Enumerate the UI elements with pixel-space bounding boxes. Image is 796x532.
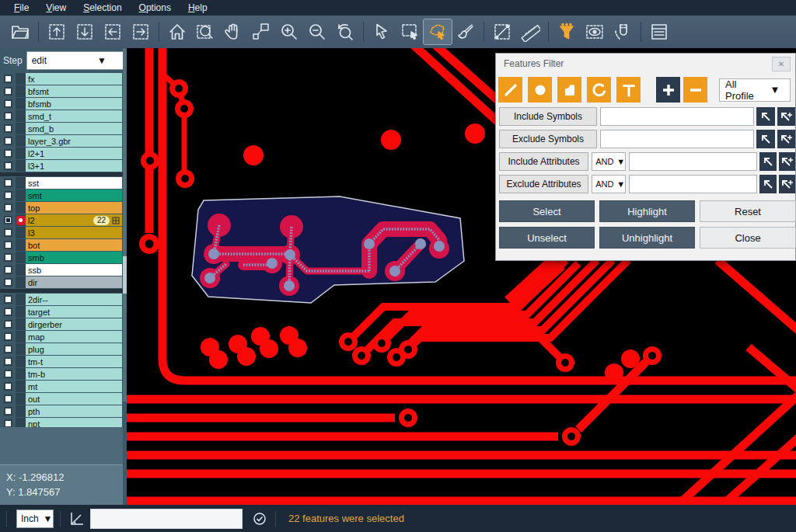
layer-indicator[interactable] [16, 405, 26, 417]
step-select[interactable]: edit ▼ [26, 51, 124, 70]
filter-pads-button[interactable] [528, 77, 552, 103]
menu-help[interactable]: Help [180, 1, 215, 15]
layer-checkbox-l3[interactable] [4, 228, 12, 237]
filter-surfaces-button[interactable] [557, 77, 581, 103]
exclude-symbols-pick-add-icon[interactable] [777, 130, 795, 148]
menu-selection[interactable]: Selection [75, 1, 129, 15]
remove-filter-button[interactable] [683, 77, 707, 103]
layer-name-dirgerber[interactable]: dirgerber [26, 318, 122, 330]
angle-tool-icon[interactable] [68, 510, 86, 527]
layer-name-smt[interactable]: smt [26, 190, 122, 201]
layer-indicator[interactable] [16, 331, 26, 342]
layer-name-out[interactable]: out [26, 393, 122, 405]
snap-icon[interactable] [609, 19, 637, 44]
exclude-attributes-pick-add-icon[interactable] [779, 175, 795, 193]
open-file-icon[interactable] [6, 19, 34, 44]
include-attributes-pick-add-icon[interactable] [779, 152, 795, 171]
units-select[interactable]: Inch ▼ [16, 509, 54, 528]
layer-indicator[interactable] [16, 98, 26, 110]
unselect-button[interactable]: Unselect [499, 227, 595, 249]
layer-name-top[interactable]: top [26, 202, 122, 214]
layer-name-fx[interactable]: fx [26, 73, 122, 85]
layer-name-l2+1[interactable]: l2+1 [26, 148, 122, 159]
refresh-icon[interactable] [252, 511, 267, 527]
brush-select-icon[interactable] [452, 19, 480, 44]
menu-options[interactable]: Options [131, 1, 179, 15]
layer-name-l3[interactable]: l3 [26, 227, 122, 238]
layer-checkbox-l2[interactable] [4, 216, 12, 224]
layer-name-tm-t[interactable]: tm-t [26, 356, 122, 367]
layer-checkbox-plug[interactable] [4, 345, 12, 353]
include-symbols-pick-add-icon[interactable] [777, 107, 795, 126]
layer-checkbox-tm-t[interactable] [4, 357, 12, 366]
layer-indicator[interactable] [16, 190, 26, 201]
view-up-icon[interactable] [43, 19, 71, 44]
rectangle-select-icon[interactable] [396, 19, 424, 44]
layer-indicator[interactable] [16, 252, 26, 263]
zoom-previous-icon[interactable] [331, 19, 359, 44]
include-symbols-pick-icon[interactable] [756, 107, 775, 126]
layer-indicator[interactable] [16, 135, 26, 147]
highlight-button[interactable]: Highlight [599, 200, 695, 222]
include-symbols-button[interactable]: Include Symbols [499, 107, 597, 126]
layer-checkbox-smd_b[interactable] [4, 124, 12, 133]
dialog-close-icon[interactable]: ✕ [772, 57, 791, 71]
layer-name-smd_b[interactable]: smd_b [26, 123, 122, 134]
home-view-icon[interactable] [163, 19, 191, 44]
layer-indicator[interactable] [16, 123, 26, 134]
layer-indicator[interactable] [16, 110, 26, 122]
unhighlight-button[interactable]: Unhighlight [599, 227, 695, 249]
include-attributes-button[interactable]: Include Attributes [499, 152, 588, 171]
layer-name-map[interactable]: map [26, 331, 122, 342]
exclude-symbols-input[interactable] [600, 130, 754, 148]
layer-indicator[interactable] [16, 85, 26, 97]
layer-checkbox-smb[interactable] [4, 253, 12, 262]
layer-checkbox-tm-b[interactable] [4, 370, 12, 378]
layer-name-pth[interactable]: pth [26, 405, 122, 417]
layer-checkbox-target[interactable] [4, 308, 12, 316]
layer-name-l2[interactable]: l222 [26, 214, 122, 226]
view-down-icon[interactable] [71, 19, 99, 44]
layer-name-target[interactable]: target [26, 306, 122, 318]
layer-checkbox-l2+1[interactable] [4, 149, 12, 158]
measure-distance-icon[interactable] [488, 19, 516, 44]
view-left-icon[interactable] [99, 19, 127, 44]
profile-select[interactable]: All Profile▼ [719, 78, 791, 102]
layer-checkbox-mt[interactable] [4, 382, 12, 391]
exclude-attributes-pick-icon[interactable] [759, 175, 777, 193]
select-pointer-icon[interactable] [368, 19, 396, 44]
include-attributes-pick-icon[interactable] [759, 152, 777, 171]
layer-indicator[interactable] [16, 177, 26, 189]
layer-checkbox-2dir--[interactable] [4, 295, 12, 304]
layer-indicator[interactable] [16, 148, 26, 159]
exclude-symbols-button[interactable]: Exclude Symbols [499, 130, 597, 148]
layer-indicator[interactable] [16, 202, 26, 214]
layer-indicator[interactable] [16, 73, 26, 85]
layer-checkbox-out[interactable] [4, 395, 12, 403]
active-layer-indicator[interactable] [16, 214, 26, 226]
filter-arcs-button[interactable] [587, 77, 611, 103]
layer-name-plug[interactable]: plug [26, 343, 122, 355]
layer-name-smb[interactable]: smb [26, 252, 122, 263]
layer-checkbox-layer_3.gbr[interactable] [4, 137, 12, 145]
layer-name-2dir--[interactable]: 2dir-- [26, 294, 122, 305]
filter-lines-button[interactable] [498, 77, 522, 103]
reset-button[interactable]: Reset [700, 200, 796, 222]
layer-checkbox-smd_t[interactable] [4, 112, 12, 120]
layer-checkbox-ssb[interactable] [4, 266, 12, 274]
layer-checkbox-sst[interactable] [4, 179, 12, 187]
layer-checkbox-l3+1[interactable] [4, 162, 12, 170]
menu-view[interactable]: View [38, 1, 74, 15]
layer-checkbox-bfsmb[interactable] [4, 99, 12, 108]
layer-checkbox-pth[interactable] [4, 407, 12, 416]
close-button[interactable]: Close [700, 227, 796, 249]
zoom-in-icon[interactable] [275, 19, 303, 44]
layer-indicator[interactable] [16, 318, 26, 330]
layer-checkbox-fx[interactable] [4, 75, 12, 83]
layer-name-ssb[interactable]: ssb [26, 264, 122, 276]
command-input[interactable] [90, 509, 243, 529]
ruler-icon[interactable] [516, 19, 544, 44]
include-symbols-input[interactable] [600, 107, 754, 126]
layer-indicator[interactable] [16, 356, 26, 367]
menu-file[interactable]: File [6, 1, 37, 15]
